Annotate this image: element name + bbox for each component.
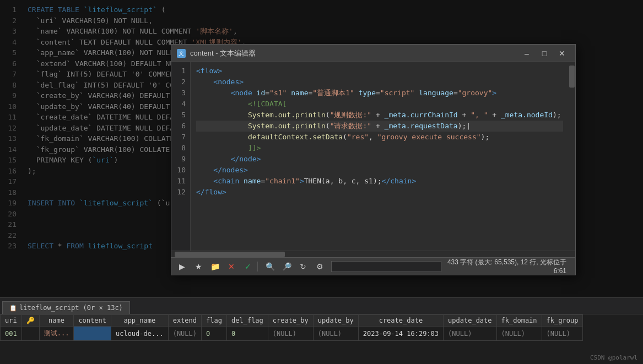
encoding-dropdown[interactable] [331, 261, 441, 272]
table-cell [21, 327, 39, 341]
modal-scrollbar-h[interactable] [171, 251, 575, 257]
modal-line-number: 11 [176, 176, 186, 187]
modal-titlebar: 文 content - 文本编辑器 – □ ✕ [171, 45, 575, 62]
table-column-header: del_flag [226, 315, 268, 327]
table-cell: 001 [1, 327, 22, 341]
tab-bar: 📋 liteflow_script (0r × 13c) [0, 297, 643, 314]
modal-code-line: <node id="s1" name="普通脚本1" type="script"… [196, 88, 563, 99]
table-column-header: update_by [313, 315, 358, 327]
table-column-header: uri [1, 315, 22, 327]
text-editor-modal: 文 content - 文本编辑器 – □ ✕ 123456789101112 … [171, 44, 576, 275]
modal-line-numbers: 123456789101112 [171, 62, 191, 251]
results-table-container[interactable]: uri🔑namecontentapp_nameextendflagdel_fla… [0, 314, 643, 364]
table-column-header: create_date [358, 315, 443, 327]
modal-line-number: 7 [176, 132, 186, 143]
modal-code-line: <![CDATA[ [196, 99, 563, 110]
table-cell: (NULL) [496, 327, 542, 341]
modal-code-line: ]]> [196, 143, 563, 154]
table-column-header: content [74, 315, 111, 327]
modal-line-number: 10 [176, 165, 186, 176]
results-tab[interactable]: 📋 liteflow_script (0r × 13c) [2, 301, 130, 314]
table-row[interactable]: 001测试...ucloud-de...(NULL)00(NULL)(NULL)… [1, 327, 583, 341]
table-cell: (NULL) [168, 327, 201, 341]
maximize-button[interactable]: □ [537, 47, 552, 59]
table-column-header: update_date [444, 315, 496, 327]
results-table: uri🔑namecontentapp_nameextendflagdel_fla… [0, 314, 583, 341]
modal-content-area: 123456789101112 <flow> <nodes> <node id=… [171, 62, 575, 251]
minimize-button[interactable]: – [519, 47, 534, 59]
modal-line-number: 2 [176, 77, 186, 88]
modal-scrollbar-v[interactable] [569, 62, 575, 251]
table-column-header: extend [168, 315, 201, 327]
modal-code-line: defaultContext.setData("res", "groovy ex… [196, 132, 563, 143]
tab-label: liteflow_script (0r × 13c) [19, 304, 123, 312]
toolbar-zoom-out-button[interactable]: 🔎 [279, 260, 294, 273]
table-cell: (NULL) [268, 327, 313, 341]
table-column-header: create_by [268, 315, 313, 327]
modal-status-text: 433 字符 (最大: 65,535), 12 行, 光标位于 6:61 [444, 258, 572, 275]
modal-code-line: System.out.println("规则数据:" + _meta.currC… [196, 110, 563, 121]
modal-scrollbar-thumb [569, 66, 575, 88]
table-column-header: fk_domain [496, 315, 542, 327]
close-button[interactable]: ✕ [554, 47, 570, 59]
modal-title: 文 content - 文本编辑器 [177, 48, 256, 58]
modal-controls: – □ ✕ [519, 47, 570, 59]
toolbar-star-button[interactable]: ★ [191, 260, 206, 273]
modal-title-text: content - 文本编辑器 [190, 48, 256, 58]
modal-line-number: 1 [176, 66, 186, 77]
modal-code-line: System.out.println("请求数据:" + _meta.reque… [196, 121, 563, 132]
toolbar-confirm-button[interactable]: ✓ [241, 260, 255, 273]
table-column-header: fk_group [542, 315, 583, 327]
modal-code-line: </flow> [196, 187, 563, 198]
modal-code-line: <chain name="chain1">THEN(a, b, c, s1);<… [196, 176, 563, 187]
toolbar-delete-button[interactable]: ✕ [224, 260, 239, 273]
modal-line-number: 3 [176, 88, 186, 99]
modal-line-number: 12 [176, 187, 186, 198]
table-column-header: flag [202, 315, 227, 327]
modal-line-number: 8 [176, 143, 186, 154]
toolbar-refresh-button[interactable]: ↻ [296, 260, 310, 273]
modal-code-line: <nodes> [196, 77, 563, 88]
modal-line-number: 5 [176, 110, 186, 121]
tab-icon: 📋 [9, 305, 17, 312]
toolbar-run-button[interactable]: ▶ [175, 260, 189, 273]
table-cell: 0 [226, 327, 268, 341]
table-cell: ucloud-de... [111, 327, 168, 341]
modal-line-number: 6 [176, 121, 186, 132]
table-cell: (NULL) [542, 327, 583, 341]
table-cell: (NULL) [313, 327, 358, 341]
table-column-header: name [39, 315, 74, 327]
modal-code-line: </node> [196, 154, 563, 165]
modal-code[interactable]: <flow> <nodes> <node id="s1" name="普通脚本1… [191, 62, 569, 251]
table-column-header: 🔑 [21, 315, 39, 327]
toolbar-settings-button[interactable]: ⚙ [312, 260, 327, 273]
table-column-header: app_name [111, 315, 168, 327]
table-cell: 测试... [39, 327, 74, 341]
table-cell [74, 327, 111, 341]
table-cell: 0 [202, 327, 227, 341]
table-cell: 2023-09-14 16:29:03 [358, 327, 443, 341]
modal-code-line: <flow> [196, 66, 563, 77]
modal-line-number: 4 [176, 99, 186, 110]
modal-line-number: 9 [176, 154, 186, 165]
modal-scrollbar-h-thumb [175, 252, 285, 257]
modal-toolbar: ▶ ★ 📁 ✕ ✓ 🔍 🔎 ↻ ⚙ 433 字符 (最大: 65,535), 1… [171, 257, 575, 275]
table-cell: (NULL) [444, 327, 496, 341]
watermark: CSDN @polarwl [590, 354, 637, 361]
toolbar-zoom-in-button[interactable]: 🔍 [263, 260, 277, 273]
modal-code-line: </nodes> [196, 165, 563, 176]
modal-title-icon: 文 [177, 49, 186, 58]
toolbar-open-button[interactable]: 📁 [208, 260, 222, 273]
